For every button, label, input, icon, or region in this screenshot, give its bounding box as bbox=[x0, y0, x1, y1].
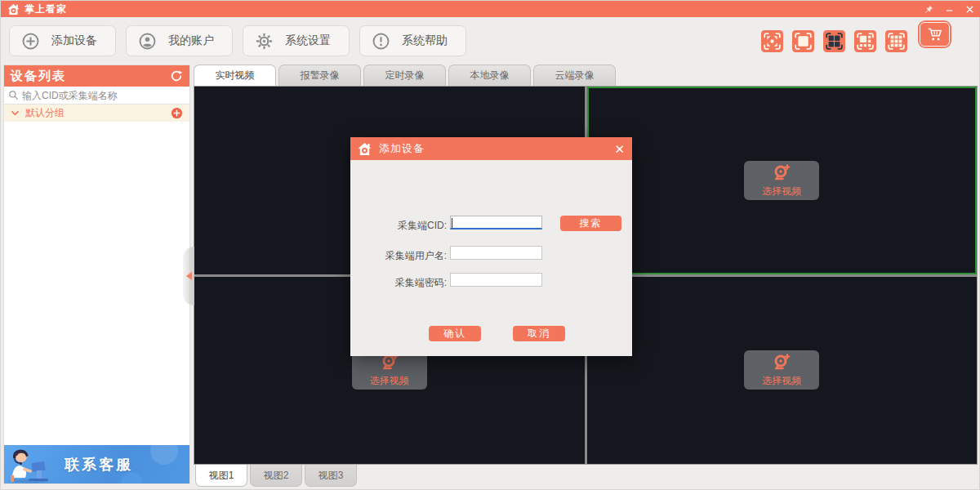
video-mode-tabs: 实时视频 报警录像 定时录像 本地录像 云端录像 bbox=[194, 65, 616, 86]
shopping-cart-icon bbox=[926, 25, 944, 43]
view-tab-2[interactable]: 视图2 bbox=[250, 465, 302, 487]
search-device-button[interactable]: 搜索 bbox=[560, 216, 621, 231]
select-video-button[interactable]: 选择视频 bbox=[352, 350, 427, 390]
my-account-button[interactable]: 我的账户 bbox=[126, 25, 233, 56]
text-caret bbox=[452, 218, 452, 228]
video-cell-bottom-right[interactable]: 选择视频 bbox=[587, 277, 978, 465]
fullscreen-layout-icon[interactable] bbox=[761, 30, 783, 52]
username-label: 采集端用户名: bbox=[350, 249, 447, 263]
system-help-label: 系统帮助 bbox=[402, 33, 448, 48]
device-list-header: 设备列表 bbox=[4, 65, 189, 87]
view-tab-1[interactable]: 视图1 bbox=[195, 465, 247, 487]
title-bar: 掌上看家 bbox=[1, 1, 980, 17]
exclamation-circle-icon bbox=[372, 32, 390, 51]
dialog-close-icon[interactable]: ✕ bbox=[614, 143, 625, 155]
tab-cloud-recording[interactable]: 云端录像 bbox=[533, 65, 616, 86]
password-label: 采集端密码: bbox=[350, 276, 447, 290]
system-settings-button[interactable]: 系统设置 bbox=[243, 25, 350, 56]
app-logo-house-icon bbox=[7, 3, 20, 16]
plus-circle-icon bbox=[21, 32, 40, 51]
my-account-label: 我的账户 bbox=[168, 33, 214, 48]
select-video-label: 选择视频 bbox=[370, 374, 409, 388]
grid-1-plus-5-layout-icon[interactable] bbox=[854, 30, 876, 52]
tab-local-recording[interactable]: 本地录像 bbox=[448, 65, 531, 86]
banner-decoration bbox=[121, 472, 142, 483]
sidebar-collapse-handle[interactable] bbox=[183, 247, 194, 305]
system-help-button[interactable]: 系统帮助 bbox=[359, 25, 466, 56]
search-icon bbox=[8, 90, 19, 100]
cid-label: 采集端CID: bbox=[350, 219, 447, 233]
cid-input[interactable] bbox=[450, 216, 542, 229]
add-device-button[interactable]: 添加设备 bbox=[9, 25, 116, 56]
user-icon bbox=[138, 32, 157, 51]
toolbar: 添加设备 我的账户 bbox=[1, 17, 980, 65]
pin-icon[interactable] bbox=[924, 5, 933, 14]
layout-switcher bbox=[761, 30, 907, 52]
grid-3x3-layout-icon[interactable] bbox=[885, 30, 907, 52]
collapse-arrow-icon bbox=[186, 272, 192, 280]
refresh-icon[interactable] bbox=[170, 69, 183, 82]
contact-support-banner[interactable]: 联系客服 bbox=[4, 445, 189, 483]
tab-live-video[interactable]: 实时视频 bbox=[194, 65, 276, 86]
system-settings-label: 系统设置 bbox=[285, 33, 331, 48]
confirm-button[interactable]: 确认 bbox=[429, 326, 481, 341]
webcam-plus-icon bbox=[772, 163, 791, 182]
cancel-button[interactable]: 取消 bbox=[513, 326, 565, 341]
default-group-row[interactable]: 默认分组 bbox=[4, 105, 189, 122]
select-video-label: 选择视频 bbox=[762, 185, 801, 198]
default-group-label: 默认分组 bbox=[25, 106, 65, 120]
add-device-label: 添加设备 bbox=[51, 33, 97, 48]
store-cart-button[interactable] bbox=[918, 20, 951, 48]
device-list-empty bbox=[4, 122, 189, 445]
close-button[interactable] bbox=[965, 5, 974, 14]
minimize-button[interactable] bbox=[945, 5, 954, 14]
password-input[interactable] bbox=[450, 273, 542, 287]
chevron-down-icon bbox=[11, 109, 20, 118]
banner-decoration bbox=[150, 445, 178, 465]
app-window: 掌上看家 添加设备 我 bbox=[0, 0, 980, 490]
view-tab-3[interactable]: 视图3 bbox=[305, 465, 357, 487]
dialog-header: 添加设备 ✕ bbox=[350, 137, 632, 160]
view-tabs: 视图1 视图2 视图3 bbox=[195, 465, 357, 487]
add-group-button[interactable] bbox=[171, 107, 183, 119]
dialog-house-icon bbox=[358, 142, 372, 156]
dialog-body: 采集端CID: 搜索 采集端用户名: 采集端密码: 确认 取消 bbox=[350, 160, 632, 356]
device-list-title: 设备列表 bbox=[11, 69, 66, 84]
customer-service-illustration bbox=[4, 446, 55, 483]
contact-support-label: 联系客服 bbox=[65, 455, 133, 474]
grid-2x2-layout-icon-active[interactable] bbox=[823, 30, 845, 52]
single-view-layout-icon[interactable] bbox=[792, 30, 814, 52]
select-video-label: 选择视频 bbox=[762, 374, 801, 388]
username-input[interactable] bbox=[450, 246, 542, 260]
device-search bbox=[4, 87, 189, 105]
dialog-title: 添加设备 bbox=[379, 141, 425, 156]
video-cell-top-right-selected[interactable]: 选择视频 bbox=[587, 87, 978, 274]
add-device-dialog: 添加设备 ✕ 采集端CID: 搜索 采集端用户名: 采集端密码: 确认 取消 bbox=[350, 137, 632, 356]
window-title: 掌上看家 bbox=[24, 2, 67, 16]
select-video-button[interactable]: 选择视频 bbox=[744, 350, 819, 390]
webcam-plus-icon bbox=[772, 352, 791, 372]
tab-alarm-recording[interactable]: 报警录像 bbox=[278, 65, 361, 86]
select-video-button[interactable]: 选择视频 bbox=[744, 161, 819, 200]
gear-icon bbox=[255, 32, 274, 51]
tab-scheduled-recording[interactable]: 定时录像 bbox=[363, 65, 446, 86]
device-search-input[interactable] bbox=[22, 90, 185, 101]
device-sidebar: 设备列表 默认分组 bbox=[3, 65, 190, 484]
